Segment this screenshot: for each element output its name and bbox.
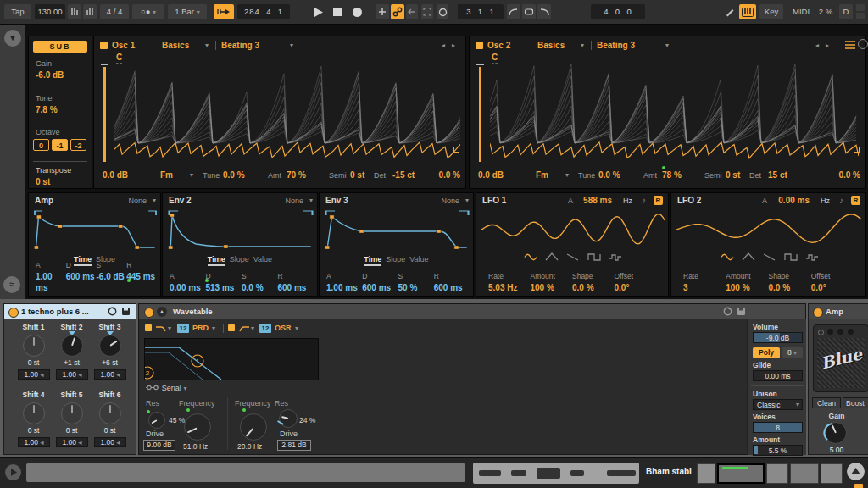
- nudge-up-button[interactable]: [83, 4, 97, 19]
- env2-decay[interactable]: 513 ms: [206, 282, 242, 293]
- prev-table-arrow-icon[interactable]: ◂: [815, 42, 819, 49]
- env3-tab-time[interactable]: Time: [364, 255, 381, 266]
- overdub-button[interactable]: [376, 4, 389, 19]
- macro-range-box[interactable]: 1.00 ◂: [56, 369, 88, 380]
- lfo2-unit-toggle[interactable]: Hz: [821, 197, 830, 205]
- prev-table-arrow-icon[interactable]: ◂: [442, 42, 445, 49]
- macro-range-box[interactable]: 1.00 ◂: [94, 369, 126, 380]
- lfo2-rate-value[interactable]: 3: [683, 282, 726, 293]
- device-on-button[interactable]: [144, 308, 154, 318]
- osc1-wavetable-select[interactable]: Beating 3: [221, 41, 259, 50]
- lfo2-shape-value[interactable]: 0.0 %: [769, 282, 811, 293]
- lfo2-offset-value[interactable]: 0.0°: [811, 282, 854, 293]
- fold-device-icon[interactable]: ▼: [4, 30, 21, 47]
- overdub-indicator[interactable]: D: [839, 4, 853, 19]
- midi-map-button[interactable]: MIDI: [788, 4, 814, 19]
- filter1-slope-button[interactable]: 12: [177, 324, 189, 333]
- filter1-toggle[interactable]: [145, 324, 152, 331]
- macro-range-box[interactable]: 1.00 ◂: [18, 369, 50, 380]
- env3-release[interactable]: 600 ms: [434, 282, 470, 293]
- save-preset-icon[interactable]: [737, 307, 746, 316]
- menu-icon[interactable]: [844, 40, 856, 51]
- sine-shape-icon[interactable]: [721, 252, 734, 262]
- punch-in-button[interactable]: [507, 4, 520, 19]
- lfo2-attack-value[interactable]: 0.00 ms: [778, 196, 810, 205]
- follow-button[interactable]: [214, 4, 234, 19]
- osc2-position-value[interactable]: 0.0 %: [838, 170, 860, 180]
- device-on-button[interactable]: [813, 308, 823, 318]
- voices-field[interactable]: 8: [753, 422, 803, 433]
- lfo2-retrigger-button[interactable]: R: [851, 196, 860, 205]
- env2-target-select[interactable]: None: [285, 197, 303, 205]
- metronome-toggle[interactable]: ○● ▾: [132, 4, 164, 19]
- macro-knob-shift5[interactable]: [61, 402, 83, 424]
- env2-tab-time[interactable]: Time: [208, 255, 225, 266]
- env2-sustain[interactable]: 0.0 %: [242, 282, 278, 293]
- filter2-circuit-select[interactable]: OSR: [275, 324, 292, 332]
- lfo1-rate-value[interactable]: 5.03 Hz: [488, 282, 531, 293]
- env-amp-release[interactable]: 445 ms: [126, 271, 157, 282]
- lowpass-icon[interactable]: [155, 324, 167, 332]
- arrangement-position-display[interactable]: 284. 4. 1: [237, 4, 290, 19]
- macro-knob-shift3[interactable]: [99, 335, 121, 357]
- sync-note-icon[interactable]: ♪: [839, 196, 843, 205]
- routing-circle-icon[interactable]: [858, 39, 868, 49]
- play-button[interactable]: [310, 4, 326, 19]
- filter-routing-select[interactable]: Serial: [162, 384, 181, 392]
- amp-clean-button[interactable]: Clean: [812, 397, 841, 408]
- osc1-tune-value[interactable]: 0.0 %: [223, 170, 245, 180]
- sync-note-icon[interactable]: ♪: [642, 196, 646, 205]
- osc1-wavetable-display[interactable]: [114, 53, 460, 164]
- macro-knob-shift4[interactable]: [23, 402, 45, 424]
- f1-freq-knob[interactable]: [184, 413, 211, 441]
- osc2-position-handle[interactable]: [854, 147, 860, 152]
- env2-tab-slope[interactable]: Slope: [230, 255, 249, 263]
- lfo1-shape-value[interactable]: 0.0 %: [572, 282, 615, 293]
- record-button[interactable]: [349, 4, 364, 19]
- env3-tab-value[interactable]: Value: [409, 255, 428, 263]
- osc1-level-slider[interactable]: [103, 67, 106, 162]
- left-arrow-icon[interactable]: ◂: [116, 370, 120, 379]
- automation-arm-button[interactable]: [391, 4, 404, 19]
- poly-mode-button[interactable]: Poly: [753, 347, 780, 358]
- env2-attack[interactable]: 0.00 ms: [170, 282, 206, 293]
- tap-tempo-button[interactable]: Tap: [4, 4, 31, 19]
- macro-knob-shift1[interactable]: [23, 335, 45, 357]
- tempo-field[interactable]: 130.00: [35, 4, 65, 19]
- clip-overview[interactable]: [473, 463, 639, 484]
- env-amp-attack[interactable]: 1.00 ms: [36, 271, 66, 293]
- osc2-level-value[interactable]: 0.0 dB: [478, 170, 504, 180]
- stop-button[interactable]: [330, 4, 345, 19]
- draw-mode-button[interactable]: [723, 4, 737, 19]
- notification-icon[interactable]: [854, 484, 863, 488]
- re-enable-automation-button[interactable]: [406, 4, 418, 19]
- sine-shape-icon[interactable]: [524, 252, 537, 262]
- amp-gain-value[interactable]: 5.00: [809, 446, 865, 454]
- env2-release[interactable]: 600 ms: [278, 282, 314, 293]
- highpass-icon[interactable]: [238, 324, 250, 332]
- macro-range-box[interactable]: 1.00 ◂: [56, 437, 88, 447]
- square-shape-icon[interactable]: [784, 252, 798, 262]
- loop-length-display[interactable]: 4. 0. 0: [591, 4, 645, 19]
- random-shape-icon[interactable]: [609, 252, 622, 262]
- osc2-level-handle[interactable]: [476, 64, 484, 65]
- env3-display[interactable]: [323, 208, 471, 252]
- osc1-level-value[interactable]: 0.0 dB: [103, 170, 128, 180]
- rack-title-bar[interactable]: 1 techno plus 6 ...: [4, 304, 136, 319]
- saw-shape-icon[interactable]: [566, 252, 580, 262]
- lfo1-offset-value[interactable]: 0.0°: [615, 282, 657, 293]
- square-shape-icon[interactable]: [587, 252, 601, 262]
- osc2-level-slider[interactable]: [479, 67, 481, 162]
- lfo1-retrigger-button[interactable]: R: [654, 196, 663, 205]
- f2-freq-value[interactable]: 20.0 Hz: [237, 442, 262, 451]
- f1-res-knob[interactable]: [148, 412, 165, 429]
- env3-target-select[interactable]: None: [441, 197, 459, 205]
- macro-knob-shift6[interactable]: [99, 402, 121, 424]
- lfo2-display[interactable]: [676, 209, 862, 250]
- unison-mode-select[interactable]: Classic ▾: [753, 399, 803, 410]
- env-amp-decay[interactable]: 600 ms: [66, 271, 97, 282]
- env-amp-display[interactable]: [32, 208, 159, 252]
- scroll-up-button[interactable]: [856, 4, 865, 11]
- osc2-amt-value[interactable]: 78 %: [662, 170, 682, 180]
- osc1-position-value[interactable]: 0.0 %: [438, 170, 460, 180]
